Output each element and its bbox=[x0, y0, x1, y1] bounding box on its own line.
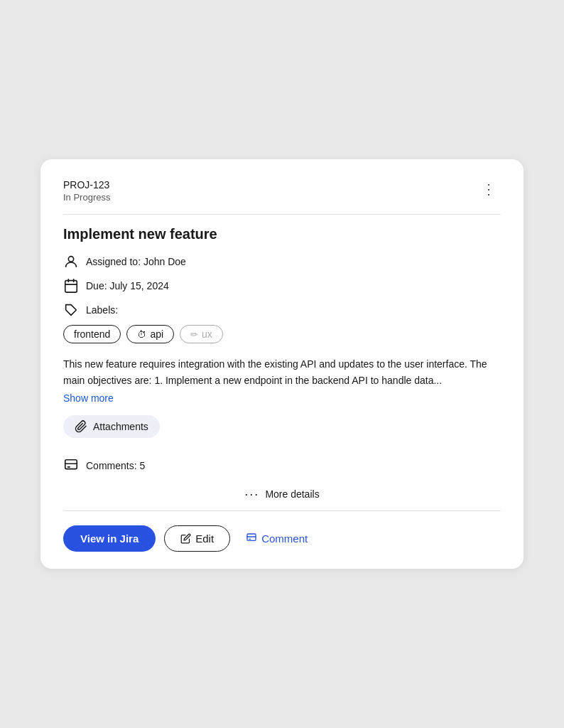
bottom-divider bbox=[63, 510, 501, 511]
attachments-button[interactable]: Attachments bbox=[63, 415, 160, 438]
due-date-row: Due: July 15, 2024 bbox=[63, 278, 501, 294]
tag-api-icon: ⏱ bbox=[137, 329, 146, 340]
description-text: This new feature requires integration wi… bbox=[63, 356, 501, 388]
edit-label: Edit bbox=[195, 532, 214, 545]
comment-icon bbox=[246, 532, 257, 544]
comment-button[interactable]: Comment bbox=[239, 526, 315, 551]
more-options-button[interactable]: ⋮ bbox=[477, 179, 501, 199]
svg-rect-5 bbox=[65, 460, 77, 469]
comments-text: Comments: 5 bbox=[86, 460, 145, 471]
calendar-icon bbox=[63, 278, 79, 294]
tag-ux-icon: ✏ bbox=[190, 329, 198, 340]
more-details-button[interactable]: ··· More details bbox=[63, 483, 501, 505]
tag-ux-text: ux bbox=[202, 328, 212, 340]
svg-rect-1 bbox=[65, 281, 77, 293]
card-title: Implement new feature bbox=[63, 226, 501, 242]
assigned-text: Assigned to: John Doe bbox=[86, 256, 186, 267]
header-divider bbox=[63, 214, 501, 215]
edit-icon bbox=[180, 533, 191, 544]
card-header-left: PROJ-123 In Progress bbox=[63, 179, 110, 203]
svg-point-0 bbox=[68, 257, 73, 262]
attachments-label: Attachments bbox=[93, 421, 148, 432]
person-icon bbox=[63, 254, 79, 269]
attachment-icon bbox=[75, 420, 87, 433]
labels-text: Labels: bbox=[86, 304, 118, 316]
action-row: View in Jira Edit Comment bbox=[63, 525, 501, 552]
due-date-text: Due: July 15, 2024 bbox=[86, 280, 169, 291]
tag-api[interactable]: ⏱ api bbox=[126, 325, 174, 343]
edit-button[interactable]: Edit bbox=[164, 525, 230, 552]
card-header: PROJ-123 In Progress ⋮ bbox=[63, 179, 501, 203]
status-badge: In Progress bbox=[63, 192, 110, 203]
more-details-label: More details bbox=[265, 488, 319, 500]
issue-card: PROJ-123 In Progress ⋮ Implement new fea… bbox=[40, 159, 524, 569]
tag-ux[interactable]: ✏ ux bbox=[180, 325, 223, 343]
comments-icon bbox=[63, 458, 79, 473]
tag-frontend-text: frontend bbox=[74, 328, 110, 340]
more-details-dots: ··· bbox=[244, 488, 259, 500]
comments-row: Comments: 5 bbox=[63, 458, 501, 473]
project-id: PROJ-123 bbox=[63, 179, 110, 191]
comment-label: Comment bbox=[261, 532, 308, 545]
tags-row: frontend ⏱ api ✏ ux bbox=[63, 325, 501, 343]
attachments-container: Attachments bbox=[63, 415, 501, 448]
labels-row: Labels: bbox=[63, 302, 501, 318]
label-icon bbox=[63, 302, 79, 318]
tag-frontend[interactable]: frontend bbox=[63, 325, 121, 343]
show-more-button[interactable]: Show more bbox=[63, 392, 114, 404]
view-in-jira-button[interactable]: View in Jira bbox=[63, 525, 156, 552]
tag-api-text: api bbox=[150, 328, 163, 340]
assigned-row: Assigned to: John Doe bbox=[63, 254, 501, 269]
